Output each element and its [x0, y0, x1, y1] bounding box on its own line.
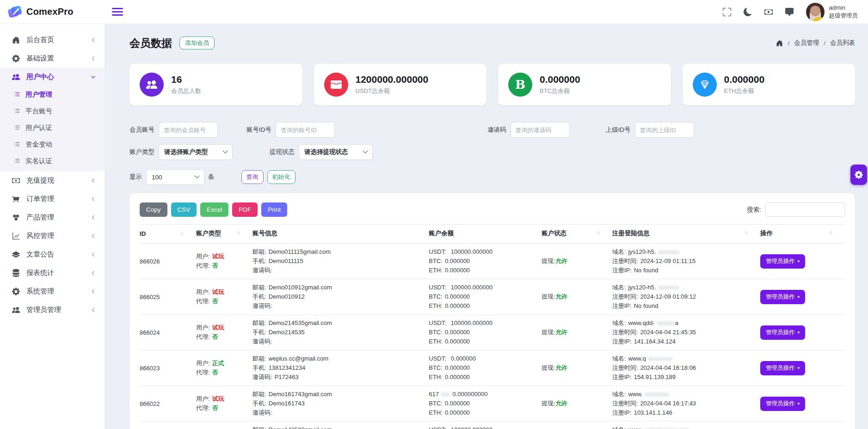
search-label: 搜索: — [747, 206, 761, 214]
sidebar-item-risk-management[interactable]: 风控管理 — [0, 227, 105, 245]
breadcrumb-item-current: 会员列表 — [830, 39, 855, 47]
breadcrumb-item[interactable]: 会员管理 — [794, 39, 819, 47]
sort-icon[interactable]: ↑↓ — [596, 229, 599, 235]
add-member-button[interactable]: 添加会员 — [179, 37, 215, 49]
sidebar-item-articles[interactable]: 文章公告 — [0, 245, 105, 264]
sidebar-item-deposit-withdraw[interactable]: 充值提现 — [0, 171, 105, 190]
sidebar-item-order-management[interactable]: 订单管理 — [0, 190, 105, 208]
filters: 会员账号 账号ID号 邀请码 上级ID号 账户类型 — [129, 122, 855, 185]
agent-value: 否 — [212, 298, 218, 305]
sidebar-item-system-management[interactable]: 系统管理 — [0, 282, 105, 300]
sort-icon[interactable]: ↑↓ — [829, 229, 832, 235]
export-buttons: CopyCSVExcelPDFPrint — [140, 202, 291, 217]
email-value: Demo011115gmail.com — [269, 248, 331, 255]
export-csv-button[interactable]: CSV — [171, 202, 197, 217]
sidebar-item-realname-verification[interactable]: 实名认证 — [0, 153, 105, 169]
chevron-left-icon — [90, 270, 96, 276]
page-size-select[interactable]: 100 — [146, 169, 204, 185]
sort-icon[interactable]: ↑↓ — [180, 230, 184, 236]
admin-actions-button[interactable]: 管理员操作▾ — [760, 325, 805, 340]
admin-actions-button[interactable]: 管理员操作▾ — [760, 397, 805, 411]
sidebar-item-user-verification[interactable]: 用户认证 — [0, 119, 105, 136]
sidebar-item-basic-settings[interactable]: 基础设置 — [0, 49, 105, 67]
eth-icon — [693, 73, 717, 97]
account-type-select[interactable]: 请选择账户类型 — [159, 144, 233, 160]
sort-icon[interactable]: ↑↓ — [237, 229, 240, 235]
sidebar-item-platform-accounts[interactable]: 平台账号 — [0, 103, 105, 119]
query-button[interactable]: 查询 — [241, 170, 264, 184]
email-value: Demo161743gmail.com — [269, 391, 332, 398]
withdraw-status-value: 允许 — [555, 257, 567, 264]
menu-toggle-button[interactable] — [112, 8, 123, 16]
invite-code-input[interactable] — [511, 122, 570, 138]
chevron-left-icon — [90, 307, 96, 313]
reports-icon — [12, 269, 20, 277]
topbar-icons — [723, 8, 794, 16]
admin-actions-button[interactable]: 管理员操作▾ — [760, 361, 805, 375]
sidebar-item-user-management[interactable]: 用户管理 — [0, 86, 105, 103]
settings-fab[interactable] — [850, 165, 867, 185]
home-icon — [12, 36, 20, 44]
sidebar-item-fund-changes[interactable]: 资金变动 — [0, 136, 105, 153]
btc-balance: 0.000000 — [445, 257, 470, 264]
cash-icon[interactable] — [764, 8, 773, 16]
sidebar-nav: 后台首页基础设置用户中心用户管理平台账号用户认证资金变动实名认证充值提现订单管理… — [0, 31, 105, 319]
reset-button[interactable]: 初始化 — [267, 170, 295, 184]
table-search-input[interactable] — [765, 202, 845, 217]
invite-value: P172463 — [275, 374, 299, 380]
phone-value: Demo214535 — [269, 329, 305, 336]
stat-label: BTC总余额 — [540, 87, 580, 95]
regip-value: No found — [634, 267, 659, 274]
page-title: 会员数据 — [129, 36, 172, 50]
admins-icon — [12, 306, 20, 314]
regtime-value: 2024-04-04 16:17:43 — [640, 400, 696, 407]
user-type-value: 试玩 — [212, 288, 224, 295]
fullscreen-icon[interactable] — [723, 8, 731, 16]
sidebar-item-user-center[interactable]: 用户中心 — [0, 67, 105, 86]
usdt-balance: 100000.000000 — [451, 319, 492, 326]
sidebar-group-user-center: 用户中心用户管理平台账号用户认证资金变动实名认证 — [0, 67, 105, 171]
agent-value: 否 — [212, 333, 218, 340]
chevron-down-icon — [222, 148, 228, 153]
eth-balance: 0.000000 — [445, 409, 470, 416]
chevron-down-icon — [363, 148, 368, 153]
export-print-button[interactable]: Print — [261, 202, 287, 217]
moon-icon[interactable] — [744, 8, 752, 16]
admin-actions-button[interactable]: 管理员操作▾ — [760, 290, 805, 304]
account-id-input[interactable] — [276, 122, 335, 138]
gear-icon — [855, 171, 863, 179]
export-copy-button[interactable]: Copy — [140, 202, 167, 217]
home-icon[interactable] — [776, 40, 783, 47]
user-type-value: 试玩 — [212, 253, 224, 260]
cart-icon — [12, 195, 20, 203]
members-table: ID↑↓账户类型↑↓账号信息账户余额账户状态↑↓注册登陆信息↑↓操作↑↓ 866… — [140, 224, 845, 429]
row-id: 866023 — [140, 350, 196, 386]
list-icon — [14, 158, 21, 164]
usdt-balance: 0.000000000 — [452, 391, 487, 398]
list-icon — [14, 124, 21, 131]
avatar[interactable] — [806, 3, 825, 21]
admin-actions-button[interactable]: 管理员操作▾ — [760, 254, 805, 269]
chat-icon[interactable] — [785, 8, 794, 16]
withdraw-status-select[interactable]: 请选择提现状态 — [299, 144, 373, 160]
export-pdf-button[interactable]: PDF — [232, 202, 258, 217]
withdraw-status-value: 允许 — [555, 364, 567, 371]
sidebar-item-product-management[interactable]: 产品管理 — [0, 208, 105, 227]
gear-icon — [12, 288, 20, 295]
sort-icon[interactable]: ↑↓ — [745, 229, 748, 235]
stat-card-members: 16会员总人数 — [129, 64, 302, 105]
sidebar-item-dashboard[interactable]: 后台首页 — [0, 31, 105, 49]
sidebar-item-admin-management[interactable]: 管理员管理 — [0, 300, 105, 319]
regtime-value: 2024-04-04 21:45:35 — [640, 329, 696, 336]
member-account-input[interactable] — [159, 122, 218, 138]
parent-id-input[interactable] — [635, 122, 694, 138]
withdraw-status-value: 允许 — [555, 400, 567, 407]
column-header-6: 操作↑↓ — [760, 225, 845, 244]
admin-info: admin 超级管理员 — [829, 4, 858, 20]
user-type-value: 正式 — [212, 360, 224, 367]
export-excel-button[interactable]: Excel — [200, 202, 228, 217]
chevron-left-icon — [90, 251, 96, 257]
column-header-3: 账户余额 — [429, 225, 542, 244]
sidebar-item-report-statistics[interactable]: 报表统计 — [0, 264, 105, 282]
caret-down-icon: ▾ — [798, 366, 800, 370]
